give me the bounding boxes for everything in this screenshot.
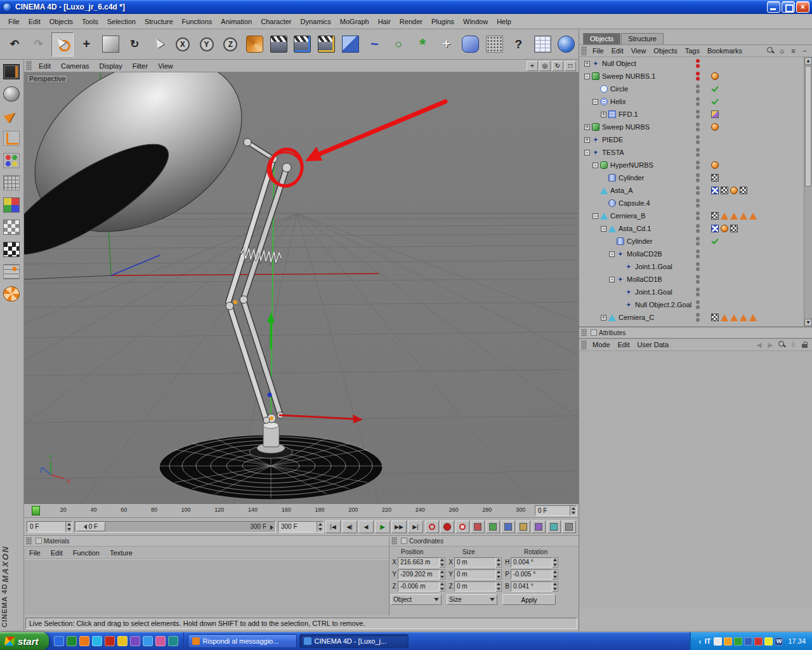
render-settings-button[interactable] [315,32,338,56]
field-stepper[interactable] [496,569,502,580]
viewport-menu-item[interactable]: Display [95,61,128,71]
object-label[interactable]: FFD.1 [619,110,638,118]
tree-expander[interactable]: - [601,226,606,232]
tree-row[interactable]: Asta_A [579,184,812,197]
record-rotation-toggle[interactable] [501,521,515,533]
menu-item[interactable]: Character [256,15,296,28]
object-label[interactable]: Joint.1.Goal [635,288,672,296]
back-icon[interactable]: ◀ [754,340,764,349]
viewport-menu-item[interactable]: Edit [34,61,56,71]
apply-button[interactable]: Apply [502,594,556,605]
tree-row[interactable]: Null Object.2.Goal [579,298,812,311]
tree-row[interactable]: - Helix [579,95,812,108]
tree-row[interactable]: - Cerniera_B [579,209,812,222]
size-mode-select[interactable]: Size [447,594,497,605]
close-button[interactable]: × [796,1,809,13]
object-manager-menu-item[interactable]: Edit [608,46,627,56]
menu-item[interactable]: Objects [45,15,77,28]
range-handle[interactable]: 0 F [76,522,105,531]
quicklaunch-app-icon[interactable] [130,636,140,646]
language-indicator[interactable]: IT [705,637,711,645]
visibility-dots[interactable] [696,211,700,215]
move-tool-button[interactable]: + [75,32,98,56]
object-label[interactable]: Asta_Cd.1 [619,225,651,232]
ik-tag[interactable] [749,314,757,321]
filter-icon[interactable]: ≡ [789,46,798,55]
object-label[interactable]: HyperNURBS [610,161,653,169]
panel-toggle[interactable] [401,538,407,544]
add-deformer-button[interactable] [459,32,482,56]
texture-tag[interactable] [730,225,738,232]
phong-tag[interactable] [711,72,719,80]
tree-row[interactable]: Cylinder [579,235,812,248]
visibility-dots[interactable] [696,313,700,317]
size-field[interactable]: 0 m [454,569,496,580]
object-label[interactable]: Joint.1.Goal [635,263,672,270]
frame-input-stepper[interactable] [65,522,72,532]
visibility-dots[interactable] [696,173,700,177]
clock[interactable]: 17.34 [788,637,806,645]
materials-menu-item[interactable]: Function [68,548,105,558]
previous-frame-button[interactable]: ◀ [358,521,374,533]
manager-tab[interactable]: Objects [583,33,620,44]
goto-start-button[interactable]: |◀ [325,521,341,533]
position-field[interactable]: 216.663 m [398,557,440,567]
frame-stepper[interactable] [570,506,576,515]
visibility-dots[interactable] [696,123,700,126]
rotate-tool-button[interactable]: ↻ [123,32,146,56]
object-label[interactable]: Sweep NURBS.1 [602,72,655,80]
checker-view-icon[interactable] [1,239,22,260]
help-button[interactable]: ? [507,32,530,56]
menu-item[interactable]: Render [395,15,427,28]
tree-row[interactable]: + FFD.1 [579,108,812,121]
menu-item[interactable]: File [4,15,24,28]
ik-tag[interactable] [749,213,757,220]
object-manager-menu-item[interactable]: Tags [681,46,704,56]
toggle-view-button[interactable]: □ [565,61,576,71]
ik-tag[interactable] [740,314,747,321]
phong-tag[interactable] [730,187,738,194]
tree-row[interactable]: - HyperNURBS [579,159,812,171]
ik-tag[interactable] [740,213,747,220]
object-label[interactable]: Cylinder [619,174,644,182]
record-position-toggle[interactable] [471,521,485,533]
phong-tag[interactable] [711,123,719,131]
tree-expander[interactable]: - [584,74,590,79]
object-label[interactable]: Asta_A [610,187,632,194]
tree-row[interactable]: - TESTA [579,146,812,159]
visibility-dots[interactable] [696,59,700,63]
attributes-menu-item[interactable]: Mode [589,340,614,350]
tree-row[interactable]: + Null Object [579,57,812,70]
viewport-menu-item[interactable]: Cameras [56,61,95,71]
shader-ball-icon[interactable] [1,84,22,104]
viewport-label[interactable]: Perspective [27,74,68,83]
visibility-dots[interactable] [696,275,700,279]
materials-menu-item[interactable]: File [24,548,46,558]
pan-view-button[interactable]: + [527,61,538,71]
visibility-dots[interactable] [696,262,700,266]
attributes-menu-item[interactable]: Edit [614,340,634,350]
visibility-dots[interactable] [696,224,700,228]
record-pla-toggle[interactable] [532,521,546,533]
scrollbar-thumb[interactable] [805,66,811,187]
viewport-menu-item[interactable]: Filter [128,61,153,71]
menu-item[interactable]: Hair [374,15,395,28]
menu-item[interactable]: Help [492,15,516,28]
visibility-dots[interactable] [696,84,700,88]
minimize-button[interactable] [767,1,780,13]
materials-menu-item[interactable]: Edit [46,548,68,558]
field-stepper[interactable] [496,581,502,592]
tree-expander[interactable]: + [584,124,590,130]
check-tag[interactable] [711,237,719,245]
tree-row[interactable]: - Sweep NURBS.1 [579,70,812,83]
search-icon[interactable] [766,46,775,55]
xpresso-tag[interactable] [711,225,719,232]
field-stepper[interactable] [440,581,445,592]
object-label[interactable]: Cerniera_B [610,212,646,220]
tree-row[interactable]: Cylinder [579,171,812,184]
texture-tag[interactable] [711,174,719,182]
object-label[interactable]: Helix [610,98,625,105]
history-icon[interactable]: 8 [789,340,798,349]
tree-row[interactable]: + Sweep NURBS [579,121,812,133]
tree-row[interactable]: Circle [579,83,812,95]
